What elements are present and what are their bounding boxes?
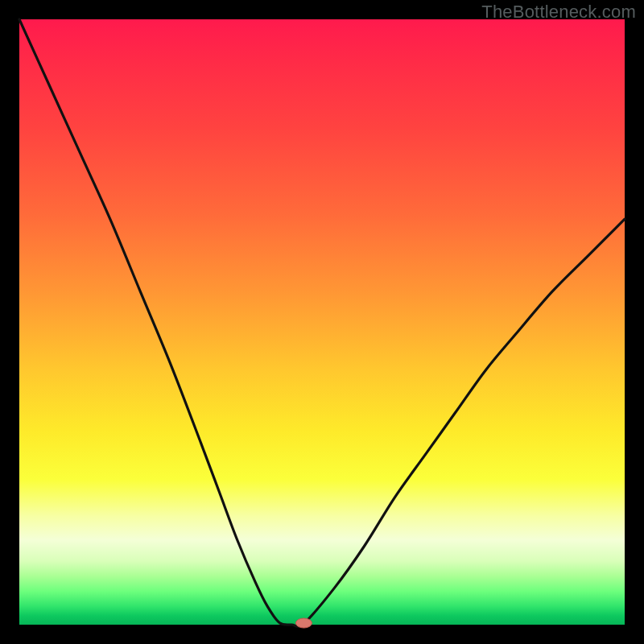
chart-outer-frame: TheBottleneck.com [0, 0, 644, 644]
plot-area [19, 19, 625, 625]
bottleneck-curve-line [19, 19, 625, 626]
optimal-point-marker [295, 618, 312, 628]
watermark-text: TheBottleneck.com [481, 2, 636, 23]
chart-svg [19, 19, 625, 625]
